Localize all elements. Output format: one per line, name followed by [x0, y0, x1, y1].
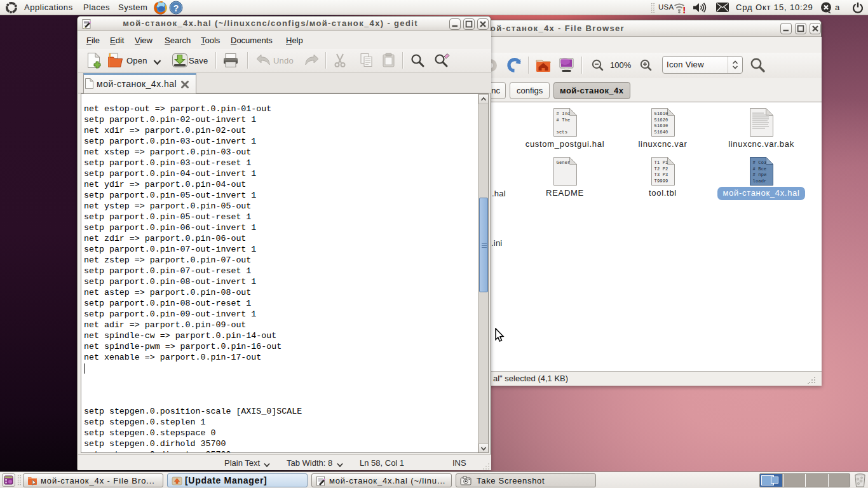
svg-text:?: ?	[173, 3, 179, 13]
svg-text:!: !	[682, 4, 686, 15]
